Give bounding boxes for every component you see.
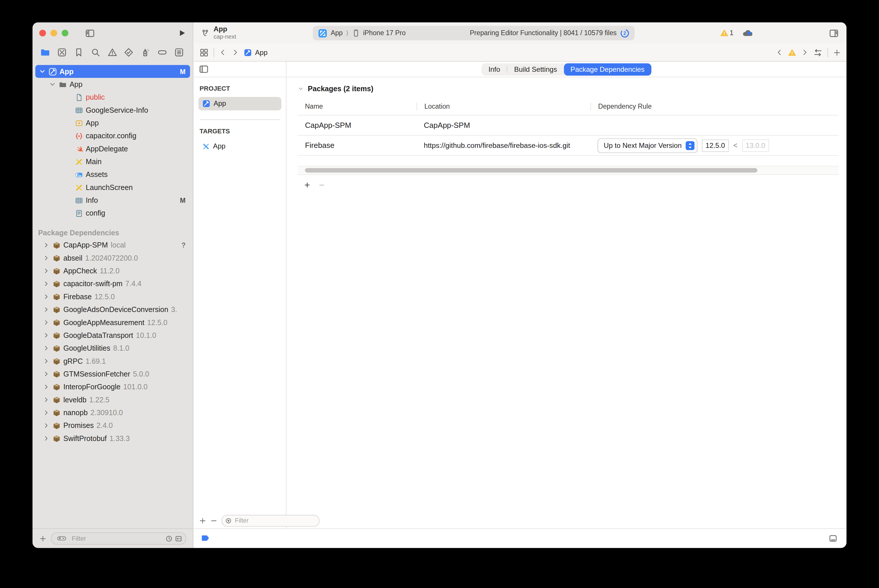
navigator-filter-field[interactable] — [51, 532, 186, 544]
package-item-googledatatransport[interactable]: GoogleDataTransport10.1.0 — [35, 329, 190, 342]
chevron-right-icon[interactable] — [43, 435, 50, 442]
package-item-swiftprotobuf[interactable]: SwiftProtobuf1.33.3 — [35, 432, 190, 445]
run-destination[interactable]: iPhone 17 Pro — [363, 29, 406, 37]
chevron-right-icon[interactable] — [43, 255, 50, 262]
report-navigator-icon[interactable] — [174, 47, 184, 57]
package-item-googleappmeasurement[interactable]: GoogleAppMeasurement12.5.0 — [35, 316, 190, 329]
tree-item-app[interactable]: AppM — [35, 65, 190, 78]
tab-build-settings[interactable]: Build Settings — [508, 63, 564, 75]
tree-item-main[interactable]: Main — [35, 155, 190, 168]
chevron-right-icon[interactable] — [43, 396, 50, 403]
chevron-right-icon[interactable] — [43, 242, 50, 249]
package-item-gtmsessionfetcher[interactable]: GTMSessionFetcher5.0.0 — [35, 368, 190, 380]
column-name[interactable]: Name — [298, 102, 416, 110]
package-item-capacitor-swift-pm[interactable]: capacitor-swift-pm7.4.4 — [35, 278, 190, 290]
version-to-field[interactable] — [742, 139, 769, 152]
chevron-right-icon[interactable] — [43, 383, 50, 390]
tree-item-config[interactable]: config — [35, 207, 190, 220]
destination-scheme[interactable]: App — [331, 29, 343, 37]
dependency-rule-dropdown[interactable]: Up to Next Major Version — [598, 138, 697, 153]
version-from-field[interactable] — [702, 139, 729, 152]
chevron-right-icon[interactable] — [43, 409, 50, 416]
add-editor-button[interactable] — [833, 48, 841, 56]
package-item-interopforgoogle[interactable]: InteropForGoogle101.0.0 — [35, 380, 190, 393]
package-item-googleadsondeviceconversion[interactable]: GoogleAdsOnDeviceConversion3. — [35, 303, 190, 316]
chevron-right-icon[interactable] — [43, 357, 50, 364]
breakpoint-tag-icon[interactable] — [201, 534, 210, 543]
debug-navigator-icon[interactable] — [141, 47, 150, 57]
chevron-right-icon[interactable] — [43, 280, 50, 287]
tree-item-assets[interactable]: Assets — [35, 168, 190, 181]
project-navigator-icon[interactable] — [41, 47, 50, 57]
filter-input[interactable] — [71, 534, 163, 542]
run-button[interactable] — [178, 29, 186, 37]
add-package-button[interactable]: + — [304, 180, 310, 190]
remove-target-button[interactable] — [210, 517, 218, 524]
package-item-nanopb[interactable]: nanopb2.30910.0 — [35, 406, 190, 419]
table-row[interactable]: Firebase https://github.com/firebase/fir… — [298, 136, 838, 156]
forward-button[interactable] — [231, 49, 239, 56]
chevron-right-icon[interactable] — [43, 345, 50, 352]
breakpoint-navigator-icon[interactable] — [158, 47, 167, 57]
add-item-button[interactable] — [39, 535, 47, 542]
chevron-right-icon[interactable] — [43, 370, 50, 378]
package-item-grpc[interactable]: gRPC1.69.1 — [35, 355, 190, 368]
package-item-promises[interactable]: Promises2.4.0 — [35, 419, 190, 432]
tree-item-appdelegate[interactable]: AppDelegate — [35, 142, 190, 155]
tree-item-info[interactable]: InfoM — [35, 194, 190, 207]
code-review-icon[interactable] — [813, 48, 822, 57]
disclosure-chevron-icon[interactable] — [298, 86, 304, 92]
package-item-capapp-spm[interactable]: CapApp-SPMlocal? — [35, 239, 190, 252]
warning-count[interactable]: 1 — [720, 29, 733, 37]
tree-item-launchscreen[interactable]: LaunchScreen — [35, 181, 190, 194]
package-item-appcheck[interactable]: AppCheck11.2.0 — [35, 264, 190, 277]
column-location[interactable]: Location — [416, 102, 591, 110]
horizontal-scrollbar[interactable] — [298, 166, 838, 175]
chevron-right-icon[interactable] — [43, 306, 50, 313]
tab-info[interactable]: Info — [482, 63, 507, 75]
related-items-icon[interactable] — [200, 48, 209, 57]
column-dependency-rule[interactable]: Dependency Rule — [591, 102, 838, 110]
chevron-right-icon[interactable] — [43, 293, 50, 300]
scheme-selector[interactable]: App cap-next — [202, 26, 236, 40]
back-button[interactable] — [219, 49, 227, 56]
chevron-down-icon[interactable] — [39, 68, 46, 75]
packages-section-header[interactable]: Packages (2 items) — [298, 84, 838, 93]
package-item-firebase[interactable]: Firebase12.5.0 — [35, 290, 190, 303]
issue-navigator-icon[interactable] — [107, 47, 117, 57]
tree-item-capacitor-config[interactable]: capacitor.config — [35, 129, 190, 142]
chevron-down-icon[interactable] — [49, 81, 56, 88]
zoom-button[interactable] — [62, 30, 68, 36]
add-target-button[interactable] — [199, 517, 206, 524]
collapse-sidebar-icon[interactable] — [199, 64, 209, 74]
scrollbar-thumb[interactable] — [305, 168, 757, 172]
tab-app[interactable]: App — [244, 48, 267, 56]
bookmark-navigator-icon[interactable] — [74, 47, 83, 57]
source-control-status-icon[interactable] — [175, 535, 182, 542]
recent-files-icon[interactable] — [165, 535, 173, 542]
toggle-inspector-icon[interactable] — [829, 28, 838, 38]
test-navigator-icon[interactable] — [124, 47, 134, 57]
remove-package-button[interactable]: − — [319, 180, 325, 190]
previous-issue-button[interactable] — [776, 49, 783, 56]
toggle-navigator-icon[interactable] — [85, 28, 95, 38]
tab-package-dependencies[interactable]: Package Dependencies — [563, 63, 651, 75]
chevron-right-icon[interactable] — [43, 332, 50, 339]
tree-item-googleservice-info[interactable]: GoogleService-Info — [35, 104, 190, 117]
table-row[interactable]: CapApp-SPM CapApp-SPM — [298, 116, 838, 135]
find-navigator-icon[interactable] — [91, 47, 100, 57]
close-button[interactable] — [39, 30, 46, 36]
progress-badge[interactable]: 2 — [620, 28, 630, 38]
next-issue-button[interactable] — [801, 49, 808, 56]
toggle-debug-area-icon[interactable] — [828, 534, 837, 543]
target-row-app[interactable]: App — [198, 140, 281, 153]
tree-item-app[interactable]: App — [35, 117, 190, 129]
source-control-navigator-icon[interactable] — [57, 47, 66, 57]
chevron-right-icon[interactable] — [43, 422, 50, 429]
minimize-button[interactable] — [51, 30, 57, 36]
package-item-leveldb[interactable]: leveldb1.22.5 — [35, 393, 190, 406]
chevron-right-icon[interactable] — [43, 267, 50, 274]
package-item-googleutilities[interactable]: GoogleUtilities8.1.0 — [35, 342, 190, 354]
chevron-right-icon[interactable] — [43, 319, 50, 326]
tree-item-app[interactable]: App — [35, 78, 190, 91]
